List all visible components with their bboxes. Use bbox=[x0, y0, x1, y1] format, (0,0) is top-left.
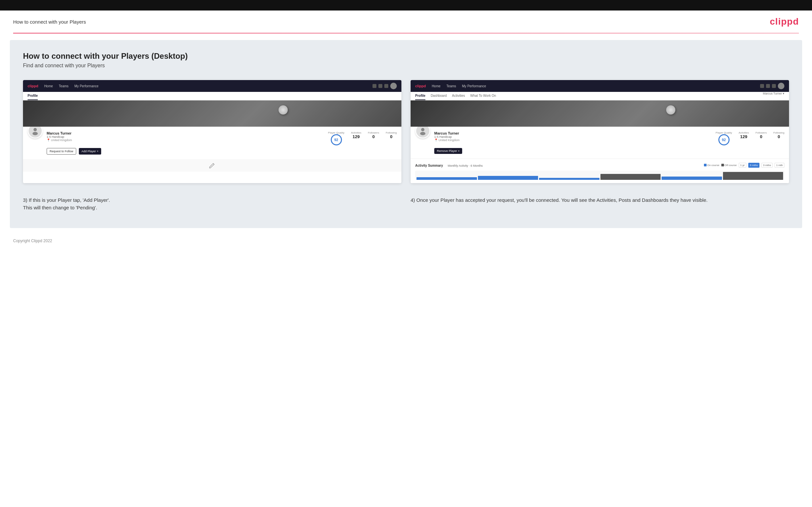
page-subheading: Find and connect with your Players bbox=[23, 63, 789, 69]
right-activity-subtitle: Monthly Activity · 6 Months bbox=[448, 164, 483, 167]
chart-bar-6 bbox=[723, 172, 783, 180]
left-player-location: 📍 United Kingdom bbox=[47, 138, 324, 142]
right-quality-circle: 92 bbox=[718, 134, 729, 146]
left-profile-info: Marcus Turner 1-5 Handicap 📍 United King… bbox=[47, 130, 324, 142]
left-nav-home[interactable]: Home bbox=[44, 84, 53, 88]
right-search-icon[interactable] bbox=[760, 84, 764, 88]
left-player-name: Marcus Turner bbox=[47, 131, 324, 135]
pencil-icon bbox=[209, 162, 216, 169]
right-activities-label: Activities bbox=[739, 131, 749, 134]
left-profile-row: Marcus Turner 1-5 Handicap 📍 United King… bbox=[28, 130, 397, 146]
off-course-dot bbox=[721, 164, 724, 166]
description-left-text: 3) If this is your Player tap, 'Add Play… bbox=[23, 196, 401, 212]
left-logo: clippd bbox=[28, 84, 38, 88]
left-quality-circle: 92 bbox=[331, 134, 342, 146]
right-tab-whattoworkon[interactable]: What To Work On bbox=[470, 92, 496, 100]
right-nav-myperformance[interactable]: My Performance bbox=[462, 84, 486, 88]
remove-player-button[interactable]: Remove Player × bbox=[434, 148, 462, 154]
right-activity-controls: On course Off course 1 yr 6 mths 3 mths … bbox=[704, 163, 784, 168]
left-tab-profile[interactable]: Profile bbox=[28, 92, 38, 100]
header: How to connect with your Players clippd bbox=[0, 10, 812, 33]
right-navbar: clippd Home Teams My Performance bbox=[411, 80, 789, 92]
request-to-follow-button[interactable]: Request to Follow bbox=[47, 148, 76, 155]
right-nav-home[interactable]: Home bbox=[432, 84, 441, 88]
right-hero-overlay bbox=[411, 100, 789, 127]
left-navbar: clippd Home Teams My Performance bbox=[23, 80, 401, 92]
left-followers-label: Followers bbox=[368, 131, 379, 134]
chart-bar-5 bbox=[662, 177, 722, 180]
right-profile-info: Marcus Turner 1-5 Handicap 📍 United King… bbox=[434, 130, 712, 142]
header-title: How to connect with your Players bbox=[13, 19, 86, 24]
left-followers-stat: Followers 0 bbox=[368, 131, 379, 146]
right-activity-header: Activity Summary Monthly Activity · 6 Mo… bbox=[415, 162, 784, 168]
off-course-label: Off course bbox=[725, 164, 737, 167]
on-course-dot bbox=[704, 164, 707, 166]
right-tab-dashboard[interactable]: Dashboard bbox=[430, 92, 447, 100]
descriptions-row: 3) If this is your Player tap, 'Add Play… bbox=[23, 193, 789, 212]
left-buttons-row: Request to Follow Add Player + bbox=[47, 148, 397, 155]
left-user-icon[interactable] bbox=[378, 84, 383, 88]
left-lower-area bbox=[23, 159, 401, 172]
left-hero-image bbox=[23, 100, 401, 127]
main-content: How to connect with your Players (Deskto… bbox=[10, 40, 802, 228]
right-navbar-icons bbox=[760, 83, 784, 89]
right-followers-value: 0 bbox=[756, 134, 767, 139]
copyright-text: Copyright Clippd 2022 bbox=[13, 238, 52, 243]
left-settings-icon[interactable] bbox=[384, 84, 388, 88]
screenshot-left: clippd Home Teams My Performance Profile bbox=[23, 80, 401, 183]
right-following-value: 0 bbox=[773, 134, 784, 139]
left-player-handicap: 1-5 Handicap bbox=[47, 135, 324, 138]
right-nav-teams[interactable]: Teams bbox=[446, 84, 456, 88]
time-6mths-button[interactable]: 6 mths bbox=[748, 163, 759, 168]
right-profile-section: Marcus Turner 1-5 Handicap 📍 United King… bbox=[411, 127, 789, 159]
left-nav-teams[interactable]: Teams bbox=[59, 84, 68, 88]
right-tab-bar: Profile Dashboard Activities What To Wor… bbox=[411, 92, 789, 100]
left-following-label: Following bbox=[386, 131, 397, 134]
right-quality-label: Player Quality bbox=[716, 131, 732, 134]
left-activities-stat: Activities 129 bbox=[351, 131, 361, 146]
clippd-logo: clippd bbox=[770, 16, 799, 27]
right-tab-profile[interactable]: Profile bbox=[415, 92, 425, 100]
chart-bar-4 bbox=[601, 174, 661, 180]
left-quality-stat: Player Quality 92 bbox=[328, 131, 345, 146]
right-quality-stat: Player Quality 92 bbox=[716, 131, 732, 146]
header-divider bbox=[13, 33, 799, 34]
description-right-text: 4) Once your Player has accepted your re… bbox=[411, 196, 789, 204]
right-stats-row: Player Quality 92 Activities 129 Followe… bbox=[716, 130, 784, 146]
left-activities-label: Activities bbox=[351, 131, 361, 134]
time-1mth-button[interactable]: 1 mth bbox=[774, 163, 784, 168]
right-logo: clippd bbox=[415, 84, 426, 88]
left-hero-overlay bbox=[23, 100, 401, 127]
right-chart-area bbox=[415, 171, 784, 180]
right-followers-stat: Followers 0 bbox=[756, 131, 767, 146]
screenshots-row: clippd Home Teams My Performance Profile bbox=[23, 80, 789, 183]
right-settings-icon[interactable] bbox=[772, 84, 776, 88]
right-following-stat: Following 0 bbox=[773, 131, 784, 146]
right-activity-title: Activity Summary bbox=[415, 164, 443, 167]
add-player-button[interactable]: Add Player + bbox=[79, 148, 101, 155]
legend-on-course: On course bbox=[704, 164, 719, 167]
left-nav-myperformance[interactable]: My Performance bbox=[74, 84, 99, 88]
right-tab-activities[interactable]: Activities bbox=[452, 92, 465, 100]
left-tab-bar: Profile bbox=[23, 92, 401, 100]
left-search-icon[interactable] bbox=[372, 84, 376, 88]
right-tab-user-dropdown[interactable]: Marcus Turner ▾ bbox=[763, 92, 784, 100]
right-user-icon[interactable] bbox=[766, 84, 770, 88]
right-player-location: 📍 United Kingdom bbox=[434, 138, 712, 142]
footer: Copyright Clippd 2022 bbox=[0, 235, 812, 250]
time-3mths-button[interactable]: 3 mths bbox=[761, 163, 773, 168]
left-avatar-icon[interactable] bbox=[390, 83, 397, 89]
right-following-label: Following bbox=[773, 131, 784, 134]
svg-point-1 bbox=[33, 132, 38, 135]
right-location-pin-icon: 📍 bbox=[434, 138, 438, 142]
screenshot-right: clippd Home Teams My Performance Profile… bbox=[411, 80, 789, 183]
chart-bar-2 bbox=[478, 176, 539, 180]
svg-point-3 bbox=[420, 132, 425, 135]
right-buttons-row: Remove Player × bbox=[434, 148, 784, 154]
left-following-value: 0 bbox=[386, 134, 397, 139]
right-avatar-icon[interactable] bbox=[778, 83, 784, 89]
legend-off-course: Off course bbox=[721, 164, 737, 167]
right-player-handicap: 1-5 Handicap bbox=[434, 135, 712, 138]
page-heading: How to connect with your Players (Deskto… bbox=[23, 52, 789, 61]
time-1yr-button[interactable]: 1 yr bbox=[739, 163, 746, 168]
